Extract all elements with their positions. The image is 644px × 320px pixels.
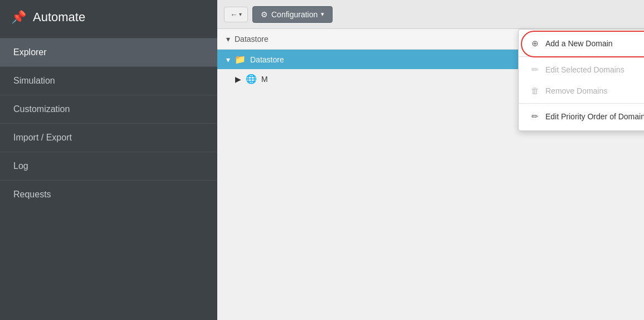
- divider-2: [519, 103, 644, 104]
- divider-1: [519, 56, 644, 57]
- datastore-header-label: Datastore: [235, 35, 269, 43]
- sidebar-item-requests[interactable]: Requests: [0, 180, 217, 209]
- back-icon: ←: [230, 10, 238, 19]
- trash-icon: 🗑: [530, 86, 540, 95]
- menu-item-edit-priority[interactable]: ✏ Edit Priority Order of Domains: [519, 106, 644, 127]
- folder-icon: 📁: [235, 54, 246, 65]
- expand-icon: ▾: [226, 55, 230, 64]
- sidebar-item-explorer[interactable]: Explorer: [0, 38, 217, 66]
- edit-icon: ✏: [530, 65, 540, 75]
- menu-item-add-domain[interactable]: ⊕ Add a New Domain: [519, 33, 644, 54]
- datastore-label: Datastore: [250, 55, 284, 64]
- sub-item-label: M: [261, 75, 268, 84]
- configuration-button[interactable]: ⚙ Configuration ▾: [252, 6, 333, 23]
- edit-selected-label: Edit Selected Domains: [545, 65, 625, 74]
- sidebar-header: 📌 Automate: [0, 0, 217, 35]
- menu-item-remove-domains: 🗑 Remove Domains: [519, 80, 644, 101]
- add-icon: ⊕: [530, 38, 540, 49]
- pin-icon: 📌: [11, 10, 26, 25]
- gear-icon: ⚙: [261, 10, 268, 19]
- sidebar-item-customization[interactable]: Customization: [0, 95, 217, 123]
- app-title: Automate: [33, 10, 85, 25]
- collapse-icon[interactable]: ▾: [226, 35, 230, 43]
- globe-icon: 🌐: [246, 74, 257, 84]
- sidebar-nav: Explorer Simulation Customization Import…: [0, 38, 217, 209]
- remove-domains-label: Remove Domains: [545, 86, 607, 95]
- menu-item-edit-selected: ✏ Edit Selected Domains: [519, 59, 644, 80]
- sidebar: 📌 Automate Explorer Simulation Customiza…: [0, 0, 217, 320]
- add-domain-label: Add a New Domain: [545, 39, 613, 48]
- back-button[interactable]: ← ▾: [224, 7, 248, 22]
- dropdown-menu: ⊕ Add a New Domain ✏ Edit Selected Domai…: [518, 29, 644, 131]
- expand-sub-icon: ▶: [235, 75, 241, 84]
- pencil-icon: ✏: [530, 111, 540, 122]
- chevron-down-icon: ▾: [321, 11, 324, 18]
- sidebar-item-simulation[interactable]: Simulation: [0, 66, 217, 95]
- sidebar-item-import-export[interactable]: Import / Export: [0, 123, 217, 152]
- dropdown-arrow-icon: ▾: [239, 11, 242, 17]
- sidebar-item-log[interactable]: Log: [0, 152, 217, 180]
- toolbar: ← ▾ ⚙ Configuration ▾: [217, 0, 644, 29]
- main-content: ← ▾ ⚙ Configuration ▾ ▾ Datastore ▾ 📁 Da…: [217, 0, 644, 320]
- edit-priority-label: Edit Priority Order of Domains: [545, 112, 644, 121]
